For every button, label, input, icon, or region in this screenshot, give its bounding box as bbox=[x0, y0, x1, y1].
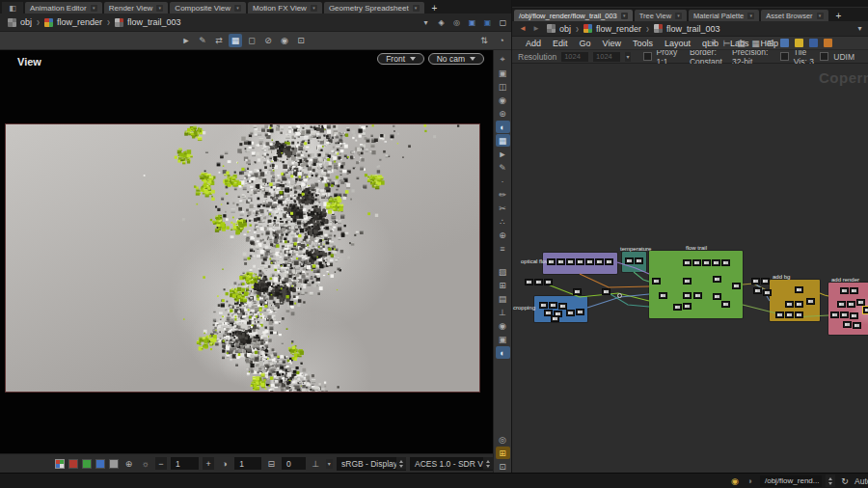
proxy-checkbox[interactable] bbox=[643, 52, 652, 61]
network-node[interactable] bbox=[673, 304, 682, 311]
network-node[interactable] bbox=[576, 309, 584, 315]
link-flag-icon[interactable]: ▣ bbox=[482, 18, 493, 27]
offset-field[interactable]: 0 bbox=[282, 457, 306, 470]
tab-menu-icon[interactable]: ▾ bbox=[747, 13, 754, 19]
move-tool-icon[interactable]: ⇄ bbox=[212, 34, 226, 47]
network-node[interactable] bbox=[856, 299, 865, 306]
pane-split-icon[interactable]: ◧ bbox=[2, 2, 23, 14]
network-node[interactable] bbox=[625, 258, 634, 264]
tab-menu-icon[interactable]: ▾ bbox=[413, 5, 420, 12]
network-box-icon[interactable] bbox=[823, 38, 833, 48]
find-icon[interactable]: ◉ bbox=[729, 475, 741, 487]
menu-add[interactable]: Add bbox=[520, 39, 547, 48]
snapshot2-icon[interactable]: ▣ bbox=[496, 333, 510, 345]
network-node[interactable] bbox=[534, 279, 543, 285]
network-node[interactable] bbox=[693, 292, 702, 299]
network-node[interactable] bbox=[713, 293, 721, 300]
tab-menu-icon[interactable]: ▾ bbox=[156, 5, 163, 12]
camera-pill[interactable]: No cam bbox=[428, 53, 484, 65]
view-transform-dropdown[interactable]: ACES 1.0 - SDR Video bbox=[410, 457, 493, 471]
auto-update-button[interactable]: Auto Update bbox=[854, 476, 868, 486]
record-icon[interactable]: ◉ bbox=[496, 319, 510, 332]
sort-icon[interactable]: ⇅ bbox=[477, 34, 491, 47]
network-node[interactable] bbox=[763, 289, 772, 296]
select-arrow-icon[interactable]: ► bbox=[496, 148, 510, 160]
network-node[interactable] bbox=[595, 258, 604, 265]
network-node[interactable] bbox=[585, 258, 594, 265]
network-node[interactable] bbox=[713, 276, 721, 283]
film-icon[interactable]: ▤ bbox=[496, 292, 510, 305]
network-node[interactable] bbox=[652, 278, 661, 285]
exposure-minus-button[interactable]: − bbox=[155, 457, 167, 470]
breadcrumb-flow-render[interactable]: flow_render bbox=[41, 16, 105, 28]
network-node[interactable] bbox=[692, 259, 701, 266]
channel-alpha-swatch[interactable] bbox=[109, 459, 119, 469]
tree-view-icon[interactable]: ⊢ bbox=[721, 38, 732, 48]
snapshot-icon[interactable]: ▣ bbox=[496, 67, 510, 79]
texture-view-icon[interactable]: ▨ bbox=[496, 265, 510, 278]
exposure-field[interactable]: 1 bbox=[171, 457, 199, 470]
gamma-field[interactable]: 1 bbox=[234, 457, 261, 470]
network-node[interactable] bbox=[558, 303, 567, 310]
network-node[interactable] bbox=[721, 301, 730, 308]
gamma-icon[interactable]: ◑ bbox=[218, 457, 231, 470]
tab-menu-icon[interactable]: ▾ bbox=[675, 13, 682, 19]
scene-viewport[interactable]: View Front No cam ⌖▣◫◉⊛◐▦►✎·✏✂∴⊕≡▨⊞▤⊥◉▣◐… bbox=[0, 50, 511, 473]
network-node[interactable] bbox=[795, 286, 803, 293]
listing-icon[interactable]: ▤ bbox=[736, 38, 746, 48]
network-node[interactable] bbox=[847, 301, 855, 308]
sticky-note-icon[interactable] bbox=[794, 38, 804, 48]
network-node[interactable] bbox=[806, 298, 815, 305]
dot-icon[interactable]: · bbox=[496, 175, 510, 187]
network-node[interactable] bbox=[573, 288, 582, 295]
network-node[interactable] bbox=[785, 301, 794, 308]
render-flag-icon[interactable]: ⊡ bbox=[294, 34, 308, 47]
grab-icon[interactable]: ⊕ bbox=[496, 229, 510, 241]
nav-forward-icon[interactable]: ► bbox=[530, 24, 542, 33]
network-node[interactable] bbox=[683, 259, 692, 266]
channel-red-swatch[interactable] bbox=[68, 459, 78, 469]
channel-green-swatch[interactable] bbox=[82, 459, 92, 469]
grid-snap-icon[interactable]: ▦ bbox=[750, 38, 761, 48]
network-node[interactable] bbox=[795, 301, 803, 308]
network-dot[interactable] bbox=[617, 293, 622, 298]
new-tab-button[interactable]: + bbox=[830, 10, 848, 21]
info-icon[interactable]: ◎ bbox=[496, 433, 510, 446]
shading-mode-icon[interactable]: ▦ bbox=[496, 134, 510, 147]
handles-icon[interactable]: ✎ bbox=[496, 161, 510, 174]
viewer-tab-render-view[interactable]: Render View▾ bbox=[104, 2, 169, 14]
display-options-icon[interactable] bbox=[779, 38, 790, 48]
viewer-tab-composite-view[interactable]: Composite View▾ bbox=[170, 2, 246, 14]
align-icon[interactable]: ⊞ bbox=[765, 38, 775, 48]
network-node[interactable] bbox=[551, 315, 559, 322]
offset-icon[interactable]: ⊟ bbox=[265, 457, 278, 470]
network-node[interactable] bbox=[576, 258, 584, 265]
tab-menu-icon[interactable]: ▾ bbox=[311, 5, 317, 12]
grid-display-icon[interactable]: ⊞ bbox=[496, 447, 510, 459]
link-editor-icon[interactable]: ▣ bbox=[467, 18, 477, 27]
breadcrumb-flow-render[interactable]: flow_render bbox=[581, 23, 644, 35]
view-ring-icon[interactable]: ◉ bbox=[278, 34, 291, 47]
selected-node[interactable] bbox=[863, 307, 868, 313]
network-node[interactable] bbox=[853, 322, 861, 329]
pin-icon[interactable]: ◈ bbox=[436, 18, 447, 27]
view-transform-dropdown-spinner[interactable] bbox=[483, 457, 493, 470]
network-node[interactable] bbox=[840, 287, 849, 294]
network-node[interactable] bbox=[566, 310, 575, 316]
clamp-icon[interactable]: ⊥ bbox=[310, 457, 322, 470]
network-node[interactable] bbox=[539, 302, 548, 309]
render-image[interactable] bbox=[6, 124, 479, 392]
tab-menu-icon[interactable]: ▾ bbox=[234, 5, 241, 12]
network-node[interactable] bbox=[850, 312, 858, 319]
layout-icon[interactable]: ≡ bbox=[496, 242, 510, 255]
brightness-icon[interactable]: ☼ bbox=[139, 457, 151, 470]
secure-selection-icon[interactable]: ▦ bbox=[229, 34, 242, 47]
network-editor[interactable]: Copernicus optical flowtemperaturecroppi… bbox=[512, 64, 868, 473]
network-node[interactable] bbox=[732, 283, 741, 289]
breadcrumb-flow-trail-003[interactable]: flow_trail_003 bbox=[651, 23, 723, 35]
network-node[interactable] bbox=[549, 302, 557, 309]
network-node[interactable] bbox=[843, 321, 852, 328]
new-tab-button[interactable]: + bbox=[426, 2, 444, 14]
network-node[interactable] bbox=[525, 279, 533, 285]
pick-box-icon[interactable]: ◻ bbox=[245, 34, 258, 47]
